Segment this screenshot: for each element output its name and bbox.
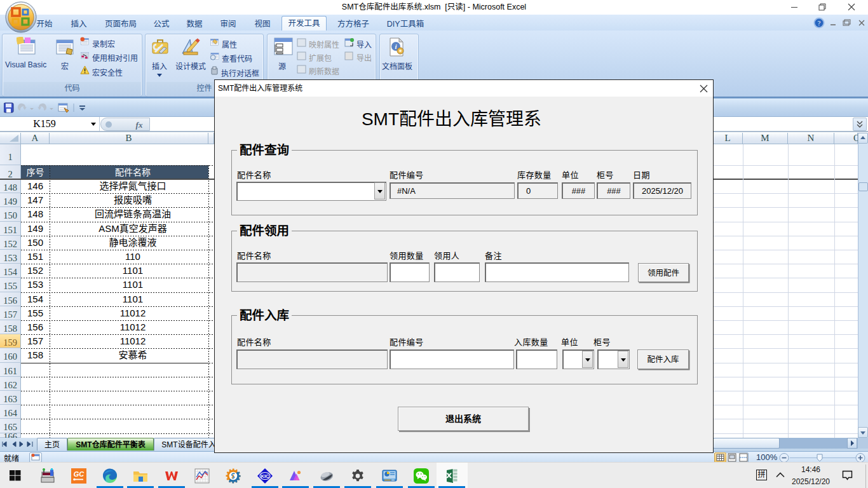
svg-text:fx: fx [136,120,143,130]
svg-text:KIC: KIC [261,473,270,479]
svg-text:?: ? [818,19,821,27]
svg-text:GC: GC [74,470,85,478]
